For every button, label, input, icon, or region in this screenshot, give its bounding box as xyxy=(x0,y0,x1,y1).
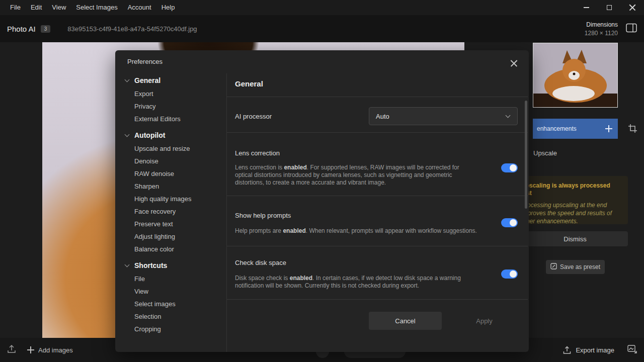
dialog-title: Preferences xyxy=(127,58,163,65)
chevron-down-icon xyxy=(125,77,130,82)
close-window-button[interactable] xyxy=(621,0,644,15)
image-thumbnail[interactable] xyxy=(533,43,618,108)
ai-processor-value: Auto xyxy=(376,113,506,120)
save-as-preset-label: Save as preset xyxy=(560,263,600,270)
ai-processor-dropdown[interactable]: Auto xyxy=(369,107,518,125)
menu-account[interactable]: Account xyxy=(123,0,156,15)
minimize-icon xyxy=(584,7,589,8)
menubar: File Edit View Select Images Account Hel… xyxy=(0,0,644,15)
preferences-dialog: Preferences General Export Privacy Exter… xyxy=(115,50,529,352)
warning-body: Processing upscaling at the end improves… xyxy=(521,201,621,225)
nav-item-adjust-lighting[interactable]: Adjust lighting xyxy=(115,230,226,243)
nav-item-cropping[interactable]: Cropping xyxy=(115,323,226,335)
window-controls xyxy=(575,0,644,15)
chevron-down-icon xyxy=(125,262,130,267)
ai-processor-label: AI processor xyxy=(235,113,272,120)
add-images-button[interactable]: Add images xyxy=(27,346,73,354)
panel-toggle-icon[interactable] xyxy=(626,23,637,35)
add-images-label: Add images xyxy=(38,346,73,354)
close-icon xyxy=(629,4,636,11)
apply-button[interactable]: Apply xyxy=(448,312,521,330)
show-help-prompts-label: Show help prompts xyxy=(235,212,291,219)
bottom-right-group: Export image xyxy=(563,338,637,362)
save-as-preset-button[interactable]: Save as preset xyxy=(546,260,605,274)
page-title: General xyxy=(235,79,263,88)
dimensions-label: Dimensions xyxy=(585,21,618,28)
image-settings-icon[interactable] xyxy=(627,345,637,355)
check-disk-space-label: Check disk space xyxy=(235,259,286,266)
nav-item-export[interactable]: Export xyxy=(115,87,226,100)
header: Photo AI 3 83e95153-c4f9-41e8-a47a-54f52… xyxy=(0,15,644,42)
menu-file[interactable]: File xyxy=(5,0,26,15)
minimize-button[interactable] xyxy=(575,0,598,15)
menu-items: File Edit View Select Images Account Hel… xyxy=(0,0,180,15)
export-image-button[interactable]: Export image xyxy=(563,346,614,354)
plus-icon xyxy=(27,346,34,353)
menu-select-images[interactable]: Select Images xyxy=(71,0,122,15)
nav-item-upscale-and-resize[interactable]: Upscale and resize xyxy=(115,142,226,155)
check-disk-space-description: Disk space check is enabled. In certain … xyxy=(235,275,477,290)
enhancements-bar[interactable]: enhancements xyxy=(533,119,618,139)
nav-section-autopilot[interactable]: Autopilot xyxy=(115,128,226,142)
open-filename: 83e95153-c4f9-41e8-a47a-54f5270c40df.jpg xyxy=(67,25,197,33)
nav-item-balance-color[interactable]: Balance color xyxy=(115,243,226,255)
lens-correction-label: Lens correction xyxy=(235,149,280,157)
chevron-down-icon xyxy=(506,113,511,118)
upscale-filter-label[interactable]: Upscale xyxy=(533,149,557,157)
dimensions-value: 1280 × 1120 xyxy=(585,30,618,37)
menu-view[interactable]: View xyxy=(47,0,71,15)
chevron-down-icon xyxy=(125,132,130,137)
nav-item-sharpen[interactable]: Sharpen xyxy=(115,180,226,193)
divider xyxy=(227,246,528,246)
nav-item-face-recovery[interactable]: Face recovery xyxy=(115,205,226,218)
upload-icon[interactable] xyxy=(7,344,16,355)
export-image-label: Export image xyxy=(576,346,614,354)
add-enhancement-icon[interactable] xyxy=(605,125,613,133)
nav-item-select-images[interactable]: Select images xyxy=(115,298,226,310)
maximize-button[interactable] xyxy=(598,0,621,15)
warning-title: Upscaling is always processed last xyxy=(521,182,621,197)
header-right: Dimensions 1280 × 1120 xyxy=(585,21,644,37)
show-help-prompts-description: Help prompts are enabled. When relevant,… xyxy=(235,227,477,235)
nav-item-raw-denoise[interactable]: RAW denoise xyxy=(115,167,226,180)
nav-item-file[interactable]: File xyxy=(115,273,226,285)
dismiss-button[interactable]: Dismiss xyxy=(522,231,628,246)
preferences-content: General AI processor Auto Lens correctio… xyxy=(227,50,529,352)
export-icon xyxy=(563,346,571,354)
menu-help[interactable]: Help xyxy=(156,0,180,15)
enhancements-label: enhancements xyxy=(537,125,605,132)
nav-item-denoise[interactable]: Denoise xyxy=(115,155,226,167)
nav-item-privacy[interactable]: Privacy xyxy=(115,100,226,113)
upscale-warning-card: Upscaling is always processed last Proce… xyxy=(514,176,628,224)
nav-item-selection[interactable]: Selection xyxy=(115,310,226,323)
lens-correction-description: Lens correction is enabled. For supporte… xyxy=(235,164,477,187)
show-help-prompts-toggle[interactable] xyxy=(501,218,518,227)
photo-ai-app: File Edit View Select Images Account Hel… xyxy=(0,0,644,362)
check-disk-space-toggle[interactable] xyxy=(501,269,518,279)
scrollbar[interactable] xyxy=(525,101,527,209)
preferences-nav: General Export Privacy External Editors … xyxy=(115,73,227,352)
nav-section-shortcuts[interactable]: Shortcuts xyxy=(115,258,226,273)
divider xyxy=(227,299,528,300)
app-title: Photo AI xyxy=(7,25,36,33)
divider xyxy=(227,97,528,97)
divider xyxy=(227,196,528,196)
nav-section-general[interactable]: General xyxy=(115,73,226,87)
dimensions-info: Dimensions 1280 × 1120 xyxy=(585,21,618,37)
bottom-left-group: Add images xyxy=(7,338,73,362)
nav-item-external-editors[interactable]: External Editors xyxy=(115,113,226,125)
crop-icon[interactable] xyxy=(628,124,637,135)
nav-item-high-quality-images[interactable]: High quality images xyxy=(115,193,226,205)
menu-edit[interactable]: Edit xyxy=(26,0,47,15)
nav-section-label: Shortcuts xyxy=(134,261,167,269)
divider xyxy=(227,132,528,133)
nav-item-view[interactable]: View xyxy=(115,285,226,298)
nav-section-label: General xyxy=(134,76,160,84)
cancel-button[interactable]: Cancel xyxy=(369,312,442,330)
nav-section-label: Autopilot xyxy=(134,131,165,139)
nav-item-preserve-text[interactable]: Preserve text xyxy=(115,218,226,230)
maximize-icon xyxy=(607,5,612,10)
lens-correction-toggle[interactable] xyxy=(501,163,518,172)
version-badge: 3 xyxy=(41,25,51,33)
preset-icon xyxy=(550,263,557,271)
